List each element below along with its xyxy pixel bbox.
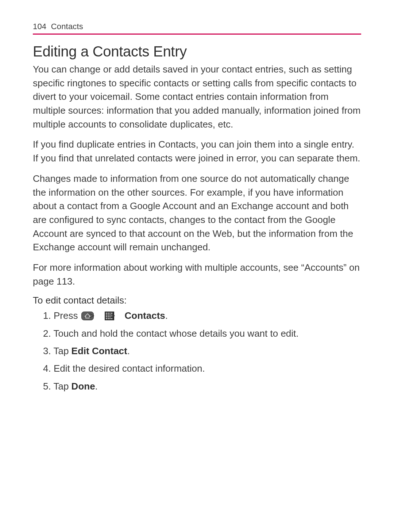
svg-rect-6 [106, 314, 107, 316]
intro-paragraph-3: Changes made to information from one sou… [33, 172, 361, 254]
step-bold-label: Contacts [125, 310, 165, 321]
steps-subheading: To edit contact details: [33, 295, 361, 306]
svg-rect-7 [108, 314, 109, 316]
step-text: Tap [53, 345, 71, 356]
step-3: 3. Tap Edit Contact. [43, 344, 361, 357]
steps-list: 1. Press > [33, 309, 361, 393]
intro-paragraph-1: You can change or add details saved in y… [33, 63, 361, 131]
manual-page: 104 Contacts Editing a Contacts Entry Yo… [0, 0, 394, 419]
svg-rect-14 [106, 318, 107, 319]
svg-rect-3 [108, 313, 109, 314]
step-1: 1. Press > [43, 309, 361, 322]
svg-rect-10 [106, 316, 107, 317]
step-punct: . [127, 345, 130, 356]
step-4: 4. Edit the desired contact information. [43, 362, 361, 375]
running-header: 104 Contacts [33, 22, 361, 35]
svg-rect-15 [108, 318, 109, 319]
step-punct: . [165, 310, 168, 321]
step-number: 5. [43, 381, 51, 392]
svg-rect-2 [106, 313, 107, 314]
page-number: 104 [33, 22, 46, 31]
svg-rect-11 [108, 316, 109, 317]
step-number: 3. [43, 345, 51, 356]
step-number: 4. [43, 363, 51, 374]
step-number: 1. [43, 310, 51, 321]
step-bold-label: Done [72, 381, 95, 392]
step-5: 5. Tap Done. [43, 380, 361, 393]
section-name: Contacts [51, 22, 83, 31]
page-title: Editing a Contacts Entry [33, 43, 361, 60]
step-punct: . [95, 381, 98, 392]
intro-paragraph-4: For more information about working with … [33, 261, 361, 288]
step-text: Press [54, 310, 78, 321]
step-2: 2. Touch and hold the contact whose deta… [43, 327, 361, 340]
intro-paragraph-2: If you find duplicate entries in Contact… [33, 138, 361, 165]
step-number: 2. [43, 328, 51, 339]
step-text: Edit the desired contact information. [54, 363, 205, 374]
step-text: Tap [53, 381, 71, 392]
step-bold-label: Edit Contact [72, 345, 127, 356]
step-text: Touch and hold the contact whose details… [53, 328, 298, 339]
